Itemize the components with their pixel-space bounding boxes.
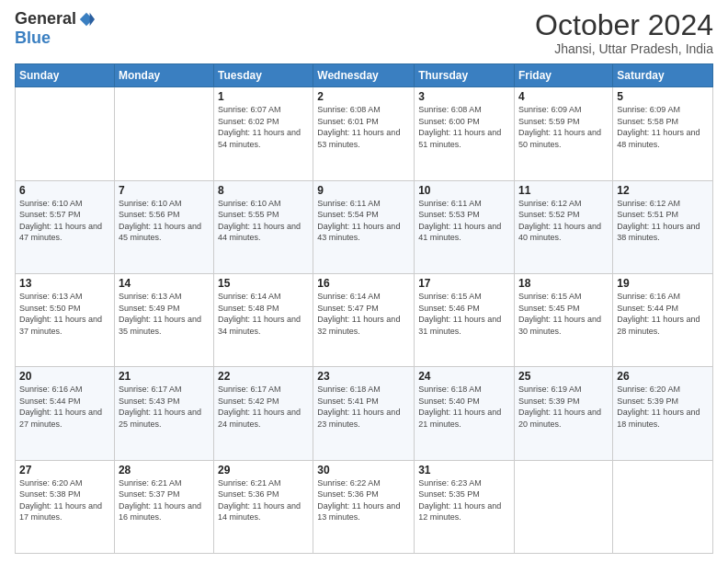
day-info: Sunrise: 6:10 AMSunset: 5:57 PMDaylight:… (19, 198, 110, 244)
day-number: 19 (617, 277, 709, 290)
day-number: 29 (218, 464, 309, 477)
week-row-2: 6Sunrise: 6:10 AMSunset: 5:57 PMDaylight… (16, 180, 713, 273)
svg-marker-1 (90, 12, 95, 25)
day-info: Sunrise: 6:09 AMSunset: 5:58 PMDaylight:… (617, 104, 709, 150)
calendar-cell: 23Sunrise: 6:18 AMSunset: 5:41 PMDayligh… (313, 367, 415, 460)
logo-text: General (15, 9, 95, 29)
calendar-cell: 21Sunrise: 6:17 AMSunset: 5:43 PMDayligh… (114, 367, 213, 460)
day-number: 24 (418, 370, 510, 383)
calendar-cell: 10Sunrise: 6:11 AMSunset: 5:53 PMDayligh… (415, 180, 515, 273)
day-info: Sunrise: 6:14 AMSunset: 5:47 PMDaylight:… (317, 291, 410, 337)
weekday-header-monday: Monday (114, 64, 213, 87)
day-number: 6 (19, 184, 110, 197)
day-info: Sunrise: 6:15 AMSunset: 5:45 PMDaylight:… (518, 291, 609, 337)
day-number: 18 (518, 277, 609, 290)
calendar-cell: 5Sunrise: 6:09 AMSunset: 5:58 PMDaylight… (613, 87, 713, 180)
calendar-cell (613, 460, 713, 553)
week-row-5: 27Sunrise: 6:20 AMSunset: 5:38 PMDayligh… (16, 460, 713, 553)
calendar-cell: 26Sunrise: 6:20 AMSunset: 5:39 PMDayligh… (613, 367, 713, 460)
calendar-cell: 3Sunrise: 6:08 AMSunset: 6:00 PMDaylight… (415, 87, 515, 180)
day-info: Sunrise: 6:13 AMSunset: 5:49 PMDaylight:… (119, 291, 210, 337)
day-number: 26 (617, 370, 709, 383)
day-number: 16 (317, 277, 410, 290)
day-number: 14 (119, 277, 210, 290)
calendar-cell: 30Sunrise: 6:22 AMSunset: 5:36 PMDayligh… (313, 460, 415, 553)
day-number: 21 (119, 370, 210, 383)
day-number: 12 (617, 184, 709, 197)
day-number: 25 (518, 370, 609, 383)
calendar-cell: 17Sunrise: 6:15 AMSunset: 5:46 PMDayligh… (415, 273, 515, 366)
weekday-header-sunday: Sunday (16, 64, 115, 87)
header: General Blue October 2024 Jhansi, Uttar … (15, 9, 713, 56)
weekday-header-tuesday: Tuesday (214, 64, 313, 87)
day-number: 28 (119, 464, 210, 477)
day-number: 7 (119, 184, 210, 197)
calendar-cell: 20Sunrise: 6:16 AMSunset: 5:44 PMDayligh… (16, 367, 115, 460)
day-info: Sunrise: 6:15 AMSunset: 5:46 PMDaylight:… (418, 291, 510, 337)
day-info: Sunrise: 6:17 AMSunset: 5:43 PMDaylight:… (119, 384, 210, 430)
day-number: 22 (218, 370, 309, 383)
day-info: Sunrise: 6:21 AMSunset: 5:36 PMDaylight:… (218, 477, 309, 523)
calendar-cell: 18Sunrise: 6:15 AMSunset: 5:45 PMDayligh… (515, 273, 613, 366)
day-number: 10 (418, 184, 510, 197)
calendar-cell: 8Sunrise: 6:10 AMSunset: 5:55 PMDaylight… (214, 180, 313, 273)
day-info: Sunrise: 6:07 AMSunset: 6:02 PMDaylight:… (218, 104, 309, 150)
calendar-cell (515, 460, 613, 553)
logo-blue-text: Blue (15, 29, 51, 48)
day-info: Sunrise: 6:20 AMSunset: 5:38 PMDaylight:… (19, 477, 110, 523)
day-number: 27 (19, 464, 110, 477)
day-info: Sunrise: 6:08 AMSunset: 6:00 PMDaylight:… (418, 104, 510, 150)
calendar-cell: 16Sunrise: 6:14 AMSunset: 5:47 PMDayligh… (313, 273, 415, 366)
calendar-cell: 28Sunrise: 6:21 AMSunset: 5:37 PMDayligh… (114, 460, 213, 553)
calendar-cell: 9Sunrise: 6:11 AMSunset: 5:54 PMDaylight… (313, 180, 415, 273)
day-info: Sunrise: 6:08 AMSunset: 6:01 PMDaylight:… (317, 104, 410, 150)
weekday-header-friday: Friday (515, 64, 613, 87)
day-info: Sunrise: 6:19 AMSunset: 5:39 PMDaylight:… (518, 384, 609, 430)
weekday-header-thursday: Thursday (415, 64, 515, 87)
calendar-cell: 24Sunrise: 6:18 AMSunset: 5:40 PMDayligh… (415, 367, 515, 460)
day-info: Sunrise: 6:13 AMSunset: 5:50 PMDaylight:… (19, 291, 110, 337)
location-subtitle: Jhansi, Uttar Pradesh, India (535, 41, 713, 56)
day-info: Sunrise: 6:16 AMSunset: 5:44 PMDaylight:… (617, 291, 709, 337)
calendar-cell: 12Sunrise: 6:12 AMSunset: 5:51 PMDayligh… (613, 180, 713, 273)
day-info: Sunrise: 6:10 AMSunset: 5:56 PMDaylight:… (119, 198, 210, 244)
day-info: Sunrise: 6:23 AMSunset: 5:35 PMDaylight:… (418, 477, 510, 523)
title-area: October 2024 Jhansi, Uttar Pradesh, Indi… (535, 9, 713, 56)
week-row-3: 13Sunrise: 6:13 AMSunset: 5:50 PMDayligh… (16, 273, 713, 366)
day-info: Sunrise: 6:21 AMSunset: 5:37 PMDaylight:… (119, 477, 210, 523)
day-number: 8 (218, 184, 309, 197)
logo: General Blue (15, 9, 95, 48)
logo-general-text: General (15, 9, 76, 29)
calendar-cell: 27Sunrise: 6:20 AMSunset: 5:38 PMDayligh… (16, 460, 115, 553)
calendar-cell: 25Sunrise: 6:19 AMSunset: 5:39 PMDayligh… (515, 367, 613, 460)
day-number: 9 (317, 184, 410, 197)
day-number: 3 (418, 90, 510, 103)
day-number: 5 (617, 90, 709, 103)
logo-icon (78, 11, 95, 28)
month-title: October 2024 (535, 9, 713, 41)
calendar-cell: 14Sunrise: 6:13 AMSunset: 5:49 PMDayligh… (114, 273, 213, 366)
day-info: Sunrise: 6:12 AMSunset: 5:51 PMDaylight:… (617, 198, 709, 244)
day-number: 13 (19, 277, 110, 290)
day-number: 11 (518, 184, 609, 197)
day-info: Sunrise: 6:12 AMSunset: 5:52 PMDaylight:… (518, 198, 609, 244)
day-number: 30 (317, 464, 410, 477)
day-info: Sunrise: 6:18 AMSunset: 5:41 PMDaylight:… (317, 384, 410, 430)
day-info: Sunrise: 6:09 AMSunset: 5:59 PMDaylight:… (518, 104, 609, 150)
calendar-table: SundayMondayTuesdayWednesdayThursdayFrid… (15, 63, 713, 554)
weekday-row: SundayMondayTuesdayWednesdayThursdayFrid… (16, 64, 713, 87)
week-row-1: 1Sunrise: 6:07 AMSunset: 6:02 PMDaylight… (16, 87, 713, 180)
calendar-header: SundayMondayTuesdayWednesdayThursdayFrid… (16, 64, 713, 87)
week-row-4: 20Sunrise: 6:16 AMSunset: 5:44 PMDayligh… (16, 367, 713, 460)
day-number: 4 (518, 90, 609, 103)
weekday-header-saturday: Saturday (613, 64, 713, 87)
calendar-cell: 7Sunrise: 6:10 AMSunset: 5:56 PMDaylight… (114, 180, 213, 273)
calendar-body: 1Sunrise: 6:07 AMSunset: 6:02 PMDaylight… (16, 87, 713, 554)
day-info: Sunrise: 6:22 AMSunset: 5:36 PMDaylight:… (317, 477, 410, 523)
day-number: 17 (418, 277, 510, 290)
calendar-cell: 29Sunrise: 6:21 AMSunset: 5:36 PMDayligh… (214, 460, 313, 553)
day-info: Sunrise: 6:10 AMSunset: 5:55 PMDaylight:… (218, 198, 309, 244)
calendar-cell: 4Sunrise: 6:09 AMSunset: 5:59 PMDaylight… (515, 87, 613, 180)
day-info: Sunrise: 6:16 AMSunset: 5:44 PMDaylight:… (19, 384, 110, 430)
calendar-cell: 31Sunrise: 6:23 AMSunset: 5:35 PMDayligh… (415, 460, 515, 553)
